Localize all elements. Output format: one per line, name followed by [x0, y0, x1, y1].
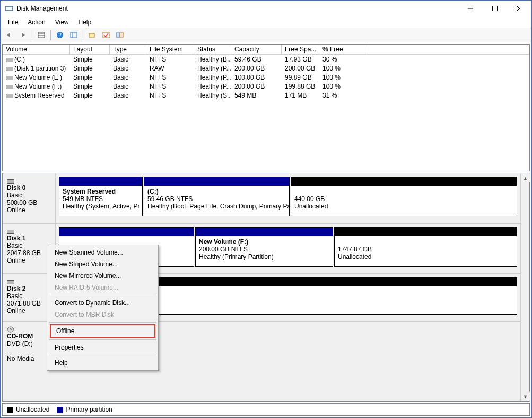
- disk-1-part-f[interactable]: New Volume (F:) 200.00 GB NTFS Healthy (…: [195, 227, 333, 267]
- col-free[interactable]: Free Spa...: [282, 45, 319, 54]
- menu-new-mirrored[interactable]: New Mirrored Volume...: [48, 270, 157, 282]
- disk-0-label[interactable]: Disk 0 Basic 500.00 GB Online: [3, 173, 56, 223]
- disk-icon: [6, 93, 12, 98]
- partition-bar-unallocated: [291, 177, 517, 186]
- back-button[interactable]: [3, 29, 15, 41]
- col-volume[interactable]: Volume: [3, 45, 70, 54]
- part-title: System Reserved: [63, 188, 116, 195]
- disk-1-type: Basic: [7, 242, 22, 249]
- part-line3: Healthy (Boot, Page File, Crash Dump, Pr…: [147, 203, 289, 210]
- menu-help[interactable]: Help: [74, 18, 96, 27]
- partition-bar-primary: [144, 177, 289, 186]
- svg-rect-16: [120, 33, 124, 37]
- menu-convert-mbr: Convert to MBR Disk: [48, 309, 157, 320]
- svg-rect-13: [89, 33, 94, 37]
- svg-rect-11: [71, 32, 77, 38]
- refresh-button[interactable]: [67, 29, 80, 41]
- svg-rect-3: [493, 6, 498, 11]
- help-button[interactable]: ?: [54, 29, 66, 41]
- disk-icon: [6, 75, 12, 80]
- disk-1-name: Disk 1: [7, 234, 51, 242]
- part-title: New Volume (F:): [199, 238, 248, 246]
- svg-rect-1: [6, 7, 12, 10]
- disk-icon: [6, 57, 12, 62]
- menu-help[interactable]: Help: [48, 357, 157, 369]
- legend: Unallocated Primary partition: [2, 403, 530, 416]
- svg-point-18: [10, 328, 12, 330]
- part-line2: 440.00 GB: [294, 195, 325, 203]
- col-pct[interactable]: % Free: [319, 45, 367, 54]
- rescan-button[interactable]: [86, 29, 99, 41]
- menu-properties[interactable]: Properties: [48, 342, 157, 353]
- volume-list-header: Volume Layout Type File System Status Ca…: [3, 45, 529, 55]
- scroll-down-icon[interactable]: ▼: [521, 392, 530, 401]
- view-list-button[interactable]: [35, 29, 48, 41]
- volume-row[interactable]: New Volume (F:)SimpleBasicNTFSHealthy (P…: [3, 82, 529, 91]
- cdrom-status: No Media: [7, 355, 34, 362]
- col-status[interactable]: Status: [194, 45, 231, 54]
- menu-new-spanned[interactable]: New Spanned Volume...: [48, 247, 157, 258]
- partition-bar-primary: [59, 177, 142, 186]
- part-line2: 549 MB NTFS: [63, 195, 103, 203]
- close-button[interactable]: [507, 1, 531, 16]
- volume-rows: (C:)SimpleBasicNTFSHealthy (B...59.46 GB…: [3, 55, 529, 100]
- part-line2: 1747.87 GB: [338, 246, 372, 253]
- cdrom-type: DVD (D:): [7, 340, 33, 347]
- settings-button[interactable]: [114, 29, 126, 41]
- swatch-primary: [57, 407, 63, 413]
- menu-offline[interactable]: Offline: [50, 324, 155, 338]
- partition-bar-unallocated: [335, 228, 517, 236]
- col-capacity[interactable]: Capacity: [231, 45, 282, 54]
- minimize-button[interactable]: [458, 1, 483, 16]
- part-line3: Unallocated: [338, 253, 371, 260]
- disk-2-type: Basic: [7, 292, 22, 300]
- maximize-button[interactable]: [483, 1, 507, 16]
- disk-map-scrollbar[interactable]: ▲ ▼: [520, 173, 529, 401]
- menu-view[interactable]: View: [51, 18, 73, 27]
- disk-0-part-c[interactable]: (C:) 59.46 GB NTFS Healthy (Boot, Page F…: [144, 177, 290, 216]
- volume-row[interactable]: New Volume (E:)SimpleBasicNTFSHealthy (P…: [3, 73, 529, 82]
- disk-1-status: Online: [7, 257, 25, 264]
- part-line3: Unallocated: [294, 203, 328, 210]
- menu-convert-dynamic[interactable]: Convert to Dynamic Disk...: [48, 297, 157, 309]
- disk-0-parts: System Reserved 549 MB NTFS Healthy (Sys…: [56, 173, 520, 223]
- col-spacer: [367, 45, 529, 54]
- disk-0-unallocated[interactable]: 440.00 GB Unallocated: [291, 177, 517, 216]
- disk-icon: [6, 84, 12, 89]
- swatch-unallocated: [7, 407, 13, 413]
- col-type[interactable]: Type: [110, 45, 146, 54]
- disk-icon: [7, 279, 13, 284]
- volume-row[interactable]: (Disk 1 partition 3)SimpleBasicRAWHealth…: [3, 64, 529, 73]
- forward-button[interactable]: [16, 29, 29, 41]
- part-line3: Healthy (System, Active, Pr: [63, 203, 139, 210]
- menu-separator: [49, 322, 156, 323]
- disk-2-status: Online: [7, 307, 25, 315]
- svg-text:?: ?: [58, 32, 62, 38]
- toolbar: ?: [1, 28, 531, 42]
- menu-separator: [49, 339, 156, 340]
- col-fs[interactable]: File System: [146, 45, 194, 54]
- menu-new-striped[interactable]: New Striped Volume...: [48, 258, 157, 270]
- legend-primary: Primary partition: [57, 406, 112, 413]
- volume-row[interactable]: System ReservedSimpleBasicNTFSHealthy (S…: [3, 91, 529, 100]
- window-title: Disk Management: [16, 5, 458, 12]
- disk-0-name: Disk 0: [7, 184, 51, 191]
- disk-icon: [7, 178, 13, 184]
- scroll-up-icon[interactable]: ▲: [521, 173, 530, 182]
- check-button[interactable]: [100, 29, 112, 41]
- svg-rect-6: [38, 32, 45, 38]
- disk-0-type: Basic: [7, 191, 22, 199]
- volume-row[interactable]: (C:)SimpleBasicNTFSHealthy (B...59.46 GB…: [3, 55, 529, 64]
- part-line3: Healthy (Primary Partition): [199, 253, 274, 260]
- disk-0-part-system-reserved[interactable]: System Reserved 549 MB NTFS Healthy (Sys…: [59, 177, 143, 216]
- menu-file[interactable]: File: [4, 18, 22, 27]
- disk-1-size: 2047.88 GB: [7, 249, 41, 257]
- part-line2: 59.46 GB NTFS: [147, 195, 193, 203]
- menu-action[interactable]: Action: [23, 18, 49, 27]
- volume-list[interactable]: Volume Layout Type File System Status Ca…: [2, 44, 530, 171]
- part-line2: 200.00 GB NTFS: [199, 246, 248, 253]
- disk-1-unallocated[interactable]: 1747.87 GB Unallocated: [334, 227, 517, 267]
- disk-2-size: 3071.88 GB: [7, 300, 41, 307]
- col-layout[interactable]: Layout: [70, 45, 110, 54]
- disk-context-menu: New Spanned Volume... New Striped Volume…: [47, 245, 159, 371]
